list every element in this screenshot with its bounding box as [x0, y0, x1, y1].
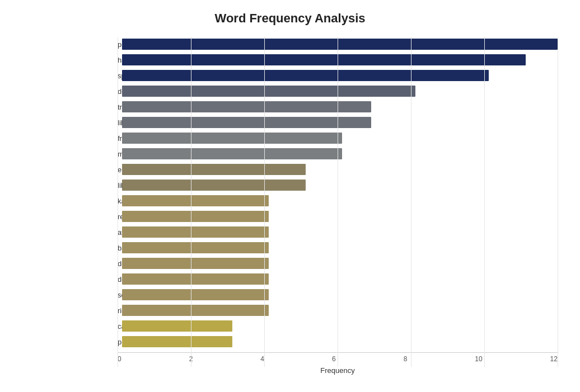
bar — [122, 258, 269, 269]
bar — [122, 54, 526, 65]
bar-row: democrats — [118, 256, 558, 271]
x-axis-title: Frequency — [118, 366, 558, 375]
x-axis-label: 10 — [475, 355, 482, 363]
bar — [122, 242, 269, 253]
x-axis-label: 2 — [189, 355, 193, 363]
x-axis-label: 0 — [118, 355, 121, 363]
x-axis-label: 6 — [332, 355, 336, 363]
bar-row: deny — [118, 272, 558, 286]
bar-row: liberal — [118, 115, 558, 130]
bar-row: kamala — [118, 193, 558, 208]
bar-row: liberalism — [118, 178, 558, 192]
bar-row: attempt — [118, 225, 558, 239]
bar — [122, 86, 415, 97]
bar-row: trump — [118, 100, 558, 114]
bar — [122, 180, 306, 191]
bar — [122, 226, 269, 238]
x-axis-label: 12 — [550, 355, 558, 363]
bar — [122, 211, 269, 222]
bar-row: republican — [118, 209, 558, 224]
bar — [122, 70, 489, 81]
x-axis-label: 4 — [260, 355, 264, 363]
bar — [122, 39, 558, 50]
bar-row: free — [118, 131, 558, 145]
bar — [122, 289, 269, 300]
grid-line — [558, 37, 558, 367]
bar-row: speech — [118, 68, 558, 83]
bar-row: ballot — [118, 240, 558, 255]
bar — [122, 148, 342, 159]
bar-row: social — [118, 287, 558, 302]
chart-title: Word Frequency Analysis — [22, 11, 558, 26]
bar — [122, 305, 269, 316]
bar-row: party — [118, 37, 558, 51]
bar — [122, 273, 269, 285]
bar — [122, 336, 232, 347]
bar-row: election — [118, 162, 558, 177]
bar-row: harris — [118, 53, 558, 67]
bar — [122, 164, 306, 175]
bar-row: democratic — [118, 84, 558, 98]
bar — [122, 195, 269, 206]
bar — [122, 320, 232, 332]
bar-row: media — [118, 147, 558, 161]
bar-row: president — [118, 334, 558, 349]
bar-row: right — [118, 303, 558, 318]
x-axis-label: 8 — [404, 355, 408, 363]
bar — [122, 101, 371, 112]
bar — [122, 117, 371, 128]
bar-row: candidates — [118, 319, 558, 333]
bar — [122, 133, 342, 144]
chart-container: Word Frequency Analysis partyharrisspeec… — [0, 0, 580, 392]
